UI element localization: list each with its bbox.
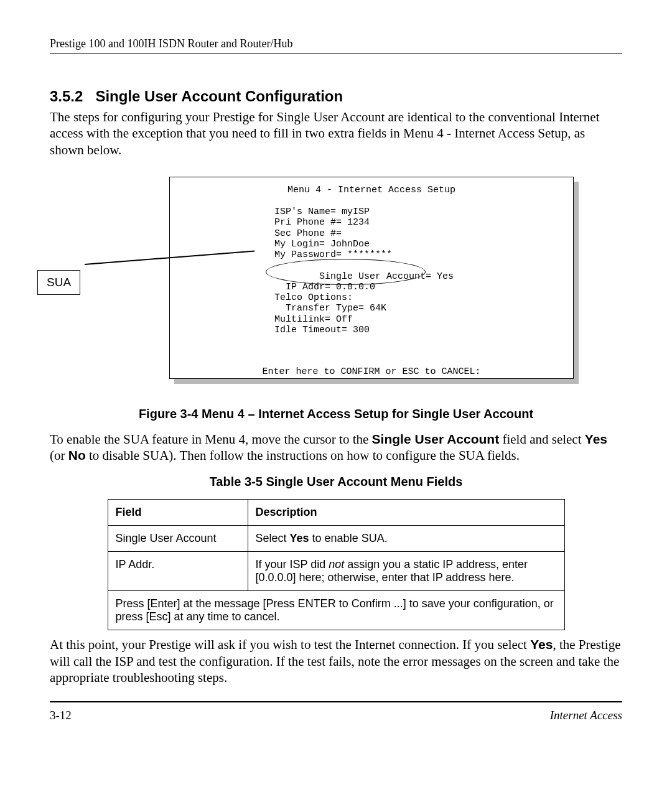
- section-number: 3.5.2: [50, 88, 83, 105]
- terminal-bottom-lines: Telco Options: Transfer Type= 64K Multil…: [274, 292, 562, 335]
- table-header-row: Field Description: [108, 500, 564, 526]
- text: To enable the SUA feature in Menu 4, mov…: [50, 432, 372, 447]
- italic-text: not: [329, 558, 344, 571]
- callout-label: SUA: [37, 270, 80, 295]
- td-desc: Select Yes to enable SUA.: [248, 526, 564, 552]
- text: (or: [50, 448, 68, 463]
- sua-line-2: IP Addr= 0.0.0.0: [274, 282, 375, 292]
- chapter-label: Internet Access: [550, 709, 622, 722]
- th-field: Field: [108, 500, 248, 526]
- figure-caption: Figure 3-4 Menu 4 – Internet Access Setu…: [50, 407, 622, 421]
- text: field and select: [499, 432, 585, 447]
- intro-paragraph: The steps for configuring your Prestige …: [50, 109, 622, 158]
- td-field: Single User Account: [108, 526, 248, 552]
- page-footer: 3-12 Internet Access: [50, 701, 622, 722]
- text: to enable SUA.: [309, 532, 388, 544]
- enable-paragraph: To enable the SUA feature in Menu 4, mov…: [50, 431, 622, 464]
- th-description: Description: [248, 500, 564, 526]
- page-number: 3-12: [50, 709, 72, 722]
- text: If your ISP did: [256, 558, 329, 571]
- terminal-top-lines: ISP's Name= myISP Pri Phone #= 1234 Sec …: [274, 207, 562, 260]
- section-heading: 3.5.2Single User Account Configuration: [50, 88, 622, 105]
- bold-text: No: [68, 448, 86, 462]
- bold-text: Yes: [290, 532, 309, 544]
- td-note: Press [Enter] at the message [Press ENTE…: [108, 591, 564, 630]
- bold-text: Yes: [530, 637, 553, 651]
- figure-wrap: Menu 4 - Internet Access Setup ISP's Nam…: [50, 177, 622, 388]
- bold-text: Single User Account: [372, 432, 500, 446]
- table-row: Press [Enter] at the message [Press ENTE…: [108, 591, 564, 630]
- closing-paragraph: At this point, your Prestige will ask if…: [50, 636, 622, 686]
- sua-line-1: Single User Account= Yes: [319, 271, 454, 282]
- td-field: IP Addr.: [108, 552, 248, 591]
- table-caption: Table 3-5 Single User Account Menu Field…: [50, 475, 622, 489]
- text: Select: [256, 532, 290, 544]
- fields-table: Field Description Single User Account Se…: [108, 499, 565, 630]
- td-desc: If your ISP did not assign you a static …: [248, 552, 564, 591]
- table-row: Single User Account Select Yes to enable…: [108, 526, 564, 552]
- terminal-title: Menu 4 - Internet Access Setup: [181, 185, 562, 195]
- running-head: Prestige 100 and 100IH ISDN Router and R…: [50, 37, 622, 54]
- terminal-box: Menu 4 - Internet Access Setup ISP's Nam…: [169, 177, 574, 379]
- bold-text: Yes: [585, 432, 607, 446]
- text: to disable SUA). Then follow the instruc…: [86, 448, 520, 463]
- page: Prestige 100 and 100IH ISDN Router and R…: [0, 0, 672, 797]
- section-title: Single User Account Configuration: [95, 88, 343, 105]
- terminal-sua-block: Single User Account= Yes IP Addr= 0.0.0.…: [274, 260, 562, 292]
- text: At this point, your Prestige will ask if…: [50, 637, 530, 652]
- terminal-footer: Enter here to CONFIRM or ESC to CANCEL:: [181, 366, 562, 377]
- table-row: IP Addr. If your ISP did not assign you …: [108, 552, 564, 591]
